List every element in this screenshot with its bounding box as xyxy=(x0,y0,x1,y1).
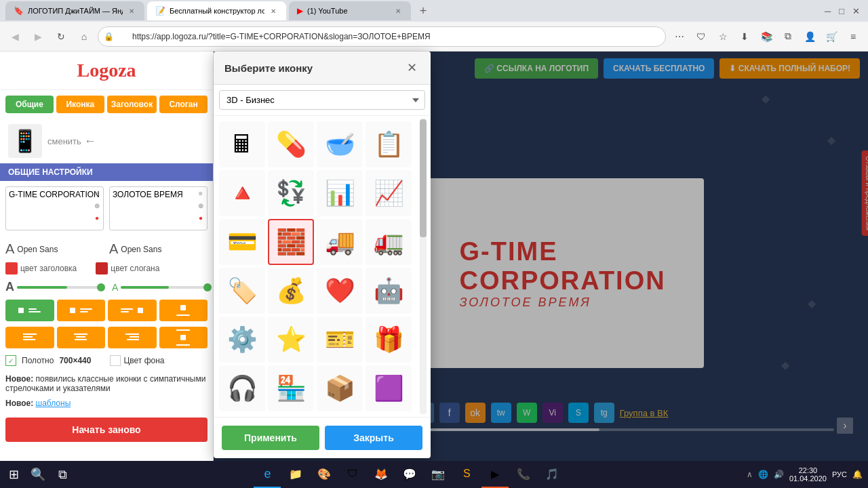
title-input[interactable]: G-TIME CORPORATION xyxy=(5,186,104,230)
tab-heading[interactable]: Заголовок xyxy=(107,96,157,113)
icon-cell-5[interactable]: 🔺 xyxy=(219,170,265,216)
tab-2[interactable]: 📝 Бесплатный конструктор лог... ✕ xyxy=(147,1,286,20)
bg-color-checkbox[interactable] xyxy=(110,355,121,366)
tab-2-close[interactable]: ✕ xyxy=(269,6,278,16)
tab-icon[interactable]: Иконка xyxy=(56,96,104,113)
category-select[interactable]: 3D - Бизнес 3D - Технологии 3D - Еда xyxy=(219,90,425,110)
icon-cell-12[interactable]: 🚛 xyxy=(366,219,412,265)
icon-cell-8[interactable]: 📈 xyxy=(366,170,412,216)
align-center-icon-text[interactable] xyxy=(57,300,106,321)
icon-cell-15[interactable]: ❤️ xyxy=(317,268,363,314)
star-button[interactable]: ☆ xyxy=(713,27,732,46)
slogan-font-selector[interactable]: A Open Sans xyxy=(109,241,208,257)
icon-cell-13[interactable]: 🏷️ xyxy=(219,268,265,314)
taskbar-app-6[interactable]: 💬 xyxy=(396,461,423,488)
history-button[interactable]: 📚 xyxy=(757,27,776,46)
task-view-button[interactable]: ⧉ xyxy=(52,464,73,485)
icon-cell-6[interactable]: 💱 xyxy=(268,170,314,216)
slogan-icon-2[interactable]: ⊕ xyxy=(195,200,206,211)
icon-cell-24[interactable]: 🟪 xyxy=(366,365,412,411)
taskbar-lang[interactable]: РУС xyxy=(832,470,847,479)
forward-button[interactable]: ▶ xyxy=(28,27,47,46)
home-button[interactable]: ⌂ xyxy=(75,27,94,46)
title-font-selector[interactable]: A Open Sans xyxy=(5,241,104,257)
taskbar-app-5[interactable]: 🦊 xyxy=(368,461,395,488)
extensions-button[interactable]: ⋯ xyxy=(670,27,689,46)
icon-cell-14[interactable]: 💰 xyxy=(268,268,314,314)
slogan-size-slider[interactable]: A xyxy=(112,282,208,293)
taskbar-clock[interactable]: 22:30 01.04.2020 xyxy=(789,466,827,483)
tab-slogan[interactable]: Слоган xyxy=(159,96,208,113)
templates-link[interactable]: шаблоны xyxy=(36,399,71,408)
taskbar-app-7[interactable]: 📷 xyxy=(425,461,452,488)
icon-cell-22[interactable]: 🏪 xyxy=(268,365,314,411)
icon-cell-7[interactable]: 📊 xyxy=(317,170,363,216)
search-taskbar-button[interactable]: 🔍 xyxy=(27,464,49,485)
icon-cell-3[interactable]: 🥣 xyxy=(317,121,363,167)
title-size-slider[interactable]: A xyxy=(5,280,101,294)
icon-cell-2[interactable]: 💊 xyxy=(268,121,314,167)
taskbar-network[interactable]: 🌐 xyxy=(758,470,768,479)
new-tab-button[interactable]: + xyxy=(414,1,433,20)
icon-cell-10[interactable]: 🧱 xyxy=(268,219,314,265)
shield-button[interactable]: 🛡 xyxy=(692,27,711,46)
profile-button[interactable]: 👤 xyxy=(800,27,819,46)
slogan-icon-3[interactable]: ● xyxy=(195,212,206,223)
align-top-icon[interactable] xyxy=(159,300,208,321)
taskbar-app-9[interactable]: ▶ xyxy=(481,461,509,488)
apply-button[interactable]: Применить xyxy=(222,426,319,450)
taskbar-app-3[interactable]: 🎨 xyxy=(311,461,338,488)
align-left-icon-text[interactable] xyxy=(5,300,54,321)
minimize-button[interactable]: ─ xyxy=(822,3,833,19)
modal-close-btn[interactable]: Закрыть xyxy=(325,426,422,450)
menu-button[interactable]: ≡ xyxy=(844,27,863,46)
title-icon-1[interactable]: ≡ xyxy=(92,188,102,199)
title-icon-3[interactable]: ● xyxy=(92,212,102,223)
slogan-input[interactable]: ЗОЛОТОЕ ВРЕМЯ xyxy=(109,186,208,230)
icon-cell-11[interactable]: 🚚 xyxy=(317,219,363,265)
icon-cell-23[interactable]: 📦 xyxy=(317,365,363,411)
title-color-picker[interactable]: цвет заголовка xyxy=(5,262,77,274)
modal-close-button[interactable]: ✕ xyxy=(403,60,420,76)
start-over-button[interactable]: Начать заново xyxy=(5,418,208,442)
icon-cell-19[interactable]: 🎫 xyxy=(317,317,363,363)
align-stacked[interactable] xyxy=(159,327,208,348)
taskbar-app-10[interactable]: 📞 xyxy=(510,461,537,488)
align-right-icon-text[interactable] xyxy=(108,300,157,321)
taskbar-explorer[interactable]: 📁 xyxy=(282,461,309,488)
back-button[interactable]: ◀ xyxy=(5,27,24,46)
tab-1-close[interactable]: ✕ xyxy=(127,6,136,16)
tab-manager[interactable]: ⧉ xyxy=(778,27,797,46)
tab-1[interactable]: 🔖 ЛОГОТИП ДжиТАЙМ — Яндекс... ✕ xyxy=(5,1,144,20)
icon-cell-4[interactable]: 📋 xyxy=(366,121,412,167)
taskbar-notifications[interactable]: 🔔 xyxy=(852,470,863,479)
refresh-button[interactable]: ↻ xyxy=(52,27,71,46)
taskbar-app-4[interactable]: 🛡 xyxy=(339,461,366,488)
taskbar-volume[interactable]: 🔊 xyxy=(774,470,784,479)
title-icon-2[interactable]: ⊕ xyxy=(92,200,102,211)
icon-cell-17[interactable]: ⚙️ xyxy=(219,317,265,363)
icon-cell-20[interactable]: 🎁 xyxy=(366,317,412,363)
icon-cell-16[interactable]: 🤖 xyxy=(366,268,412,314)
cart-button[interactable]: 🛒 xyxy=(822,27,841,46)
align-bottom-right[interactable] xyxy=(108,327,157,348)
tab-3-close[interactable]: ✕ xyxy=(393,6,403,16)
taskbar-edge[interactable]: e xyxy=(254,461,281,488)
icon-cell-18[interactable]: ⭐ xyxy=(268,317,314,363)
close-button[interactable]: ✕ xyxy=(850,3,863,19)
maximize-button[interactable]: □ xyxy=(836,3,847,19)
icon-cell-9[interactable]: 💳 xyxy=(219,219,265,265)
tab-3[interactable]: ▶ (1) YouTube ✕ xyxy=(289,1,411,20)
align-top-center[interactable] xyxy=(57,327,106,348)
download-indicator[interactable]: ⬇ xyxy=(735,27,754,46)
slogan-icon-1[interactable]: ≡ xyxy=(195,188,206,199)
canvas-checkbox[interactable]: ✓ xyxy=(5,355,16,366)
align-bottom-left[interactable] xyxy=(5,327,54,348)
change-icon-link[interactable]: сменить ← xyxy=(47,134,96,148)
address-bar[interactable]: 🔒 https://app.logoza.ru/?title=G-TIME+CO… xyxy=(98,26,666,47)
taskbar-app-11[interactable]: 🎵 xyxy=(538,461,566,488)
taskbar-app-8[interactable]: S xyxy=(453,461,480,488)
start-button[interactable]: ⊞ xyxy=(3,464,24,485)
tab-general[interactable]: Общие xyxy=(5,96,54,113)
slogan-color-picker[interactable]: цвет слогана xyxy=(96,262,159,274)
